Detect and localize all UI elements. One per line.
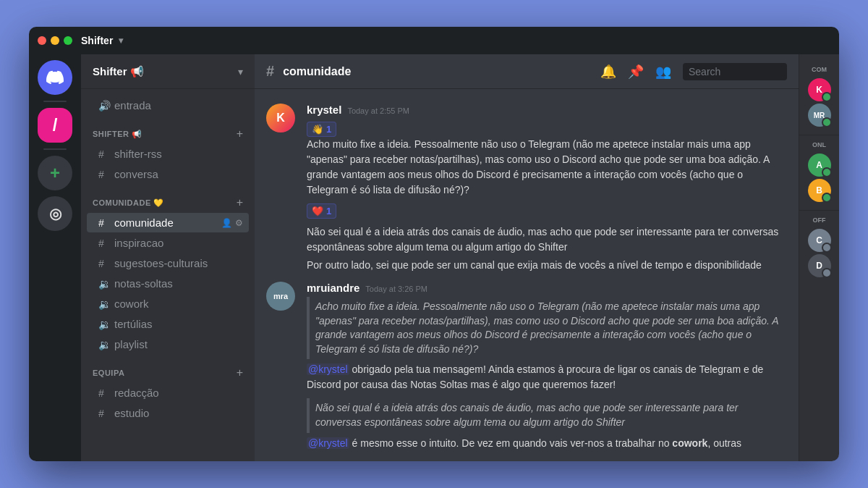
message-text-1c: Por outro lado, sei que pode ser um cana… xyxy=(307,258,787,273)
add-server-icon: + xyxy=(50,163,60,183)
close-button[interactable] xyxy=(38,36,46,45)
channel-item-redaccao[interactable]: # redacção xyxy=(87,383,249,403)
rs-label-off: OFF xyxy=(799,216,839,227)
bell-icon[interactable]: 🔔 xyxy=(600,64,616,80)
rs-avatar-4[interactable]: B xyxy=(808,179,831,202)
rs-avatar-1[interactable]: K xyxy=(808,78,831,101)
channel-name-sugestoes: sugestoes-culturais xyxy=(114,257,208,269)
hash-icon: # xyxy=(98,148,110,160)
channel-name-inspiracao: inspiracao xyxy=(114,237,163,249)
channel-name-notas-soltas: notas-soltas xyxy=(114,277,173,290)
channel-header-name: comunidade xyxy=(283,65,351,78)
channel-item-playlist[interactable]: 🔉 playlist xyxy=(87,335,249,354)
server-icon-add[interactable]: + xyxy=(38,156,72,190)
channel-name-playlist: playlist xyxy=(114,338,148,350)
traffic-lights xyxy=(38,36,72,45)
speaker-icon: 🔊 xyxy=(98,100,110,112)
voice-icon-3: 🔉 xyxy=(98,319,110,330)
message-header-1: krystel Today at 2:55 PM xyxy=(307,104,787,116)
quoted-message-2: Não sei qual é a ideia atrás dos canais … xyxy=(307,398,787,432)
quoted-message-1: Acho muito fixe a ideia. Pessoalmente nã… xyxy=(307,297,787,359)
window-title: Shifter xyxy=(81,35,113,46)
channel-item-notas-soltas[interactable]: 🔉 notas-soltas xyxy=(87,274,249,293)
timestamp-1: Today at 2:55 PM xyxy=(347,106,409,115)
app-window: Shifter ▾ / + ◎ xyxy=(29,27,839,461)
channel-header-hash-icon: # xyxy=(266,63,274,80)
section-equipa-label: EQUIPA xyxy=(93,369,124,377)
rs-avatar-5[interactable]: C xyxy=(808,229,831,252)
cowork-bold: cowork xyxy=(672,437,707,449)
hash-icon-5: # xyxy=(98,258,110,269)
right-sidebar: COM K MR ONL A B OFF C D xyxy=(799,54,839,461)
messages-area[interactable]: K krystel Today at 2:55 PM 👋 1 Acho muit… xyxy=(255,89,799,461)
channel-sidebar: Shifter 📢 ▾ 🔊 entrada SHIFTER 📢 + # shif… xyxy=(81,54,255,461)
channel-name-tertulias: tertúlias xyxy=(114,318,153,330)
rs-avatar-3[interactable]: A xyxy=(808,153,831,177)
channel-item-shifter-rss[interactable]: # shifter-rss xyxy=(87,144,249,164)
voice-icon-2: 🔉 xyxy=(98,298,110,310)
section-comunidade[interactable]: COMUNIDADE 💛 + xyxy=(87,185,249,212)
channel-item-sugestoes[interactable]: # sugestoes-culturais xyxy=(87,253,249,273)
reaction-heart[interactable]: ❤️ 1 xyxy=(307,203,336,219)
avatar-krystel: K xyxy=(266,104,295,132)
server-icon-discord[interactable] xyxy=(38,60,72,95)
section-add-comunidade[interactable]: + xyxy=(237,196,243,209)
channel-item-entrada[interactable]: 🔊 entrada xyxy=(87,96,249,115)
app-body: / + ◎ Shifter 📢 ▾ 🔊 entrada xyxy=(29,54,839,461)
hash-icon-4: # xyxy=(98,237,110,249)
section-equipa[interactable]: EQUIPA + xyxy=(87,355,249,382)
rs-avatar-6[interactable]: D xyxy=(808,254,831,277)
rs-label-com: COM xyxy=(799,66,839,76)
wave-emoji: 👋 xyxy=(312,124,323,135)
author-krystel: krystel xyxy=(307,104,341,116)
server-divider-2 xyxy=(43,148,67,150)
title-bar-content: Shifter ▾ xyxy=(81,35,123,46)
hash-icon-2: # xyxy=(98,169,110,180)
server-sidebar: / + ◎ xyxy=(29,54,81,461)
server-header[interactable]: Shifter 📢 ▾ xyxy=(81,54,255,89)
section-add-equipa[interactable]: + xyxy=(237,366,243,379)
pin-icon[interactable]: 📌 xyxy=(628,64,644,80)
search-bar[interactable]: Search xyxy=(683,63,787,80)
heart-emoji: ❤️ xyxy=(312,206,323,216)
server-icon-shifter[interactable]: / xyxy=(38,108,72,143)
channel-item-cowork[interactable]: 🔉 cowork xyxy=(87,294,249,314)
section-comunidade-label: COMUNIDADE 💛 xyxy=(93,198,164,208)
add-member-icon[interactable]: 👤 xyxy=(221,218,232,228)
server-dropdown-icon: ▾ xyxy=(238,66,243,77)
minimize-button[interactable] xyxy=(51,36,59,45)
server-name: Shifter 📢 xyxy=(93,65,144,78)
channel-item-comunidade[interactable]: # comunidade 👤 ⚙ xyxy=(87,213,249,232)
settings-icon[interactable]: ⚙ xyxy=(235,218,243,228)
title-bar: Shifter ▾ xyxy=(29,27,839,54)
channel-list: 🔊 entrada SHIFTER 📢 + # shifter-rss # co… xyxy=(81,89,255,461)
section-shifter-label: SHIFTER 📢 xyxy=(93,130,142,139)
message-text-2a: @krystel obrigado pela tua mensagem! Ain… xyxy=(307,362,787,392)
channel-item-estudio[interactable]: # estudio xyxy=(87,403,249,423)
reaction-wave[interactable]: 👋 1 xyxy=(307,122,336,137)
message-text-1: Acho muito fixe a ideia. Pessoalmente nã… xyxy=(307,137,787,198)
hash-icon-7: # xyxy=(98,408,110,419)
channel-item-conversa[interactable]: # conversa xyxy=(87,164,249,184)
voice-icon-4: 🔉 xyxy=(98,339,110,350)
channel-name-cowork: cowork xyxy=(114,298,149,310)
section-shifter[interactable]: SHIFTER 📢 + xyxy=(87,116,249,143)
message-text-2b: @krystel é mesmo esse o intuito. De vez … xyxy=(307,436,787,451)
search-placeholder: Search xyxy=(689,66,720,77)
title-arrow: ▾ xyxy=(119,35,123,46)
explore-icon: ◎ xyxy=(49,205,61,222)
channel-item-inspiracao[interactable]: # inspiracao xyxy=(87,233,249,253)
server-icon-explore[interactable]: ◎ xyxy=(38,196,72,231)
section-add-shifter[interactable]: + xyxy=(237,127,243,140)
maximize-button[interactable] xyxy=(64,36,72,45)
hash-icon-6: # xyxy=(98,387,110,399)
channel-item-tertulias[interactable]: 🔉 tertúlias xyxy=(87,314,249,334)
shifter-icon-slash: / xyxy=(53,115,58,135)
mention-krystel-1[interactable]: @krystel xyxy=(307,363,349,375)
rs-avatar-2[interactable]: MR xyxy=(808,104,831,127)
channel-header: # comunidade 🔔 📌 👥 Search xyxy=(255,54,799,89)
message-group-2: mra mruiandre Today at 3:26 PM Acho muit… xyxy=(255,279,799,454)
members-icon[interactable]: 👥 xyxy=(655,64,671,80)
mention-krystel-2[interactable]: @krystel xyxy=(307,437,349,449)
hash-icon-3: # xyxy=(98,217,110,229)
